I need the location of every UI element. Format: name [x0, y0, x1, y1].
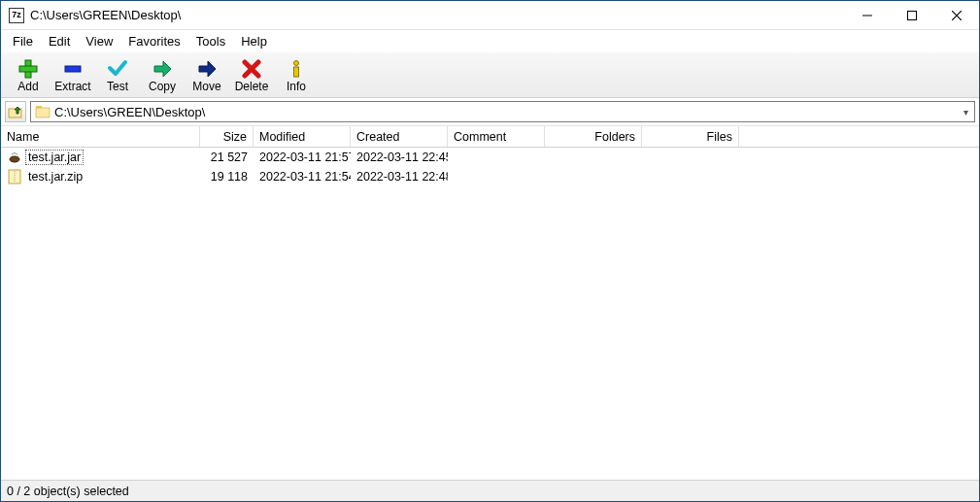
list-item[interactable]: test.jar.zip 19 118 2022-03-11 21:54 202… — [1, 167, 979, 186]
menu-help[interactable]: Help — [233, 32, 275, 50]
menubar: File Edit View Favorites Tools Help — [1, 30, 979, 51]
jar-file-icon — [7, 150, 22, 165]
minimize-button[interactable] — [845, 1, 890, 30]
statusbar: 0 / 2 object(s) selected — [1, 480, 979, 501]
file-list[interactable]: test.jar.jar 21 527 2022-03-11 21:57 202… — [1, 148, 979, 480]
check-icon — [106, 58, 129, 80]
copy-label: Copy — [149, 80, 176, 93]
menu-favorites[interactable]: Favorites — [120, 32, 187, 50]
window-title: C:\Users\GREEN\Desktop\ — [30, 8, 181, 22]
minus-icon — [61, 58, 84, 80]
arrow-right-green-icon — [151, 58, 174, 80]
svg-rect-6 — [65, 66, 81, 72]
file-modified: 2022-03-11 21:54 — [253, 170, 351, 184]
column-header-created[interactable]: Created — [351, 126, 448, 147]
file-size: 21 527 — [200, 151, 253, 164]
x-icon — [240, 58, 263, 80]
file-name: test.jar.zip — [26, 170, 84, 184]
info-label: Info — [287, 80, 306, 93]
copy-button[interactable]: Copy — [141, 56, 184, 95]
app-icon: 7z — [9, 8, 24, 23]
file-name: test.jar.jar — [26, 151, 83, 164]
titlebar: 7z C:\Users\GREEN\Desktop\ — [1, 1, 979, 30]
test-button[interactable]: Test — [96, 56, 139, 95]
add-label: Add — [17, 80, 38, 93]
svg-rect-5 — [19, 66, 37, 72]
column-header-size[interactable]: Size — [200, 126, 253, 147]
zip-file-icon — [7, 169, 22, 184]
svg-rect-12 — [294, 67, 299, 77]
column-header-files[interactable]: Files — [642, 126, 739, 147]
menu-edit[interactable]: Edit — [41, 32, 78, 50]
go-up-button[interactable] — [5, 101, 26, 122]
move-button[interactable]: Move — [186, 56, 228, 95]
menu-tools[interactable]: Tools — [188, 32, 233, 50]
close-button[interactable] — [934, 1, 979, 30]
path-text[interactable]: C:\Users\GREEN\Desktop\ — [54, 105, 957, 119]
toolbar: Add Extract Test Copy Move — [1, 51, 979, 98]
folder-icon — [35, 105, 51, 118]
svg-rect-1 — [908, 11, 917, 19]
svg-marker-7 — [154, 61, 171, 77]
pathbar: C:\Users\GREEN\Desktop\ ▾ — [1, 98, 979, 126]
path-combobox[interactable]: C:\Users\GREEN\Desktop\ ▾ — [30, 101, 975, 122]
svg-rect-16 — [36, 108, 50, 117]
list-item[interactable]: test.jar.jar 21 527 2022-03-11 21:57 202… — [1, 148, 979, 167]
menu-file[interactable]: File — [5, 32, 41, 50]
delete-button[interactable]: Delete — [230, 56, 273, 95]
delete-label: Delete — [235, 80, 269, 93]
status-text: 0 / 2 object(s) selected — [7, 485, 129, 498]
svg-point-11 — [294, 61, 299, 66]
chevron-down-icon[interactable]: ▾ — [957, 107, 974, 117]
list-header: Name Size Modified Created Comment Folde… — [1, 126, 979, 148]
info-icon — [285, 58, 308, 80]
folder-up-icon — [8, 104, 23, 119]
extract-button[interactable]: Extract — [51, 56, 94, 95]
file-modified: 2022-03-11 21:57 — [253, 151, 351, 164]
file-created: 2022-03-11 22:48 — [351, 170, 448, 184]
column-header-modified[interactable]: Modified — [253, 126, 351, 147]
svg-marker-8 — [199, 61, 216, 77]
test-label: Test — [107, 80, 128, 93]
svg-point-17 — [10, 156, 19, 162]
file-created: 2022-03-11 22:45 — [351, 151, 448, 164]
arrow-right-blue-icon — [195, 58, 219, 80]
maximize-button[interactable] — [890, 1, 934, 30]
move-label: Move — [192, 80, 220, 93]
column-header-name[interactable]: Name — [1, 126, 200, 147]
info-button[interactable]: Info — [275, 56, 318, 95]
file-size: 19 118 — [200, 170, 253, 184]
add-button[interactable]: Add — [7, 56, 50, 95]
menu-view[interactable]: View — [78, 32, 120, 50]
column-header-folders[interactable]: Folders — [545, 126, 642, 147]
column-header-comment[interactable]: Comment — [448, 126, 545, 147]
extract-label: Extract — [54, 80, 90, 93]
plus-icon — [17, 58, 40, 80]
